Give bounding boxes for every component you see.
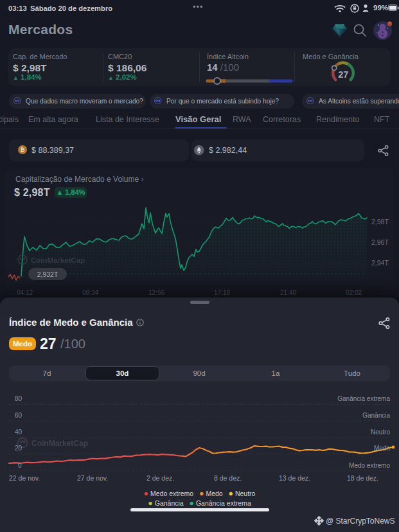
svg-text:₿: ₿ (21, 146, 25, 153)
svg-text:CoinMarketCap: CoinMarketCap (31, 256, 85, 264)
svg-text:27: 27 (338, 69, 348, 80)
svg-text:CoinMarketCap: CoinMarketCap (31, 439, 88, 448)
svg-text:2,932T: 2,932T (37, 270, 58, 278)
